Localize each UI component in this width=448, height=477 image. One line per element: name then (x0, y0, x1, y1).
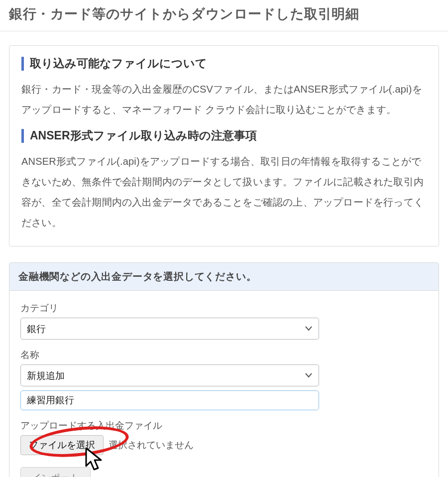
form-header: 金融機関などの入出金データを選択してください。 (9, 263, 439, 291)
section1-heading: 取り込み可能なファイルについて (21, 56, 427, 71)
import-button: インポート (20, 467, 91, 477)
section1-body: 銀行・カード・現金等の入出金履歴のCSVファイル、またはANSER形式ファイル(… (21, 79, 427, 120)
form-card: 金融機関などの入出金データを選択してください。 カテゴリ 銀行 名称 新規追加 (9, 262, 439, 477)
name-select[interactable]: 新規追加 (20, 364, 319, 386)
section2-body: ANSER形式ファイル(.api)をアップロードする場合、取引日の年情報を取得す… (21, 151, 427, 233)
page-title: 銀行・カード等のサイトからダウンロードした取引明細 (9, 0, 439, 31)
file-status: 選択されていません (109, 439, 194, 452)
name-input[interactable] (20, 390, 319, 410)
section1-title: 取り込み可能なファイルについて (30, 56, 207, 71)
section2-heading: ANSER形式ファイル取り込み時の注意事項 (21, 128, 427, 143)
category-select[interactable]: 銀行 (20, 318, 319, 340)
name-label: 名称 (20, 349, 428, 361)
upload-label: アップロードする入出金ファイル (20, 419, 428, 432)
heading-bar-icon (21, 57, 24, 71)
choose-file-button[interactable]: ファイルを選択 (20, 435, 104, 455)
divider (0, 31, 448, 31)
info-card: 取り込み可能なファイルについて 銀行・カード・現金等の入出金履歴のCSVファイル… (9, 45, 439, 246)
section2-title: ANSER形式ファイル取り込み時の注意事項 (30, 128, 257, 143)
heading-bar-icon (21, 129, 24, 143)
category-label: カテゴリ (20, 302, 428, 315)
